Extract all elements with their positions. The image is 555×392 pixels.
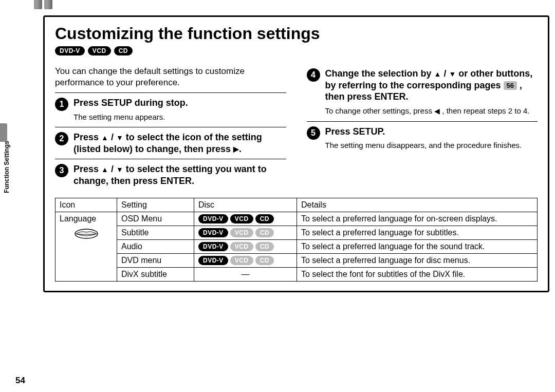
step-heading: Press ▲ / ▼ to select the icon of the se… [73,132,286,155]
cell-disc: DVD-V VCD CD [194,240,297,254]
table-row: Audio DVD-V VCD CD To select a preferred… [55,240,538,254]
table-row: Subtitle DVD-V VCD CD To select a prefer… [55,226,538,240]
text: , then repeat steps 2 to 4. [440,106,529,115]
cell-disc: DVD-V VCD CD [194,254,297,268]
right-icon: ▶ [233,145,239,154]
badge-vcd-ghost: VCD [230,228,253,237]
badge-cd-ghost: CD [255,228,274,237]
icon-label: Language [60,214,96,223]
page-ref-badge: 56 [504,81,517,90]
text: Press [73,132,101,142]
step-sub: The setting menu appears. [73,112,286,122]
cell-setting: Audio [117,240,194,254]
th-disc: Disc [194,198,297,212]
page-number: 54 [15,376,25,386]
lips-icon [73,228,99,240]
step-number: 2 [55,132,68,145]
step-3: 3 Press ▲ / ▼ to select the setting you … [55,163,286,186]
divider [55,127,286,127]
thumb-tabs [34,0,52,9]
cell-icon: Language [55,212,117,282]
cell-disc-dash: — [194,268,297,282]
down-icon: ▼ [116,134,123,143]
left-column: You can change the default settings to c… [55,66,286,189]
badge-cd-ghost: CD [255,256,274,265]
step-5: 5 Press SETUP. The setting menu disappea… [307,126,538,152]
text: To change other settings, press [325,106,435,115]
svg-point-0 [75,229,98,238]
left-icon: ◀ [434,106,440,116]
step-number: 4 [307,68,320,82]
cell-disc: DVD-V VCD CD [194,226,297,240]
right-column: 4 Change the selection by ▲ / ▼ or other… [307,66,538,189]
side-tab-label: Function Settings [3,141,10,193]
title-disc-badges: DVD-V VCD CD [55,46,538,55]
badge-dvdv: DVD-V [55,46,85,55]
thumb-tab [34,0,42,9]
down-icon: ▼ [449,70,456,79]
step-number: 3 [55,164,68,177]
badge-dvdv: DVD-V [198,242,228,251]
cell-details: To select the font for subtitles of the … [297,268,538,282]
divider [55,92,286,93]
settings-table: Icon Setting Disc Details Language OSD M… [55,198,538,282]
step-heading: Press SETUP during stop. [73,97,286,109]
step-sub: To change other settings, press ◀ , then… [325,106,538,116]
table-row: Language OSD Menu DVD-V VCD CD To sele [55,212,538,226]
up-icon: ▲ [101,165,108,175]
intro-text: You can change the default settings to c… [55,66,286,88]
badge-dvdv: DVD-V [198,256,228,265]
cell-setting: DivX subtitle [117,268,194,282]
step-number: 5 [307,126,320,140]
divider [307,121,538,122]
step-heading: Change the selection by ▲ / ▼ or other b… [325,68,538,103]
step-2: 2 Press ▲ / ▼ to select the icon of the … [55,132,286,155]
step-heading: Press ▲ / ▼ to select the setting you wa… [73,163,286,186]
side-tab: Function Settings [0,144,13,190]
th-setting: Setting [117,198,194,212]
cell-details: To select a preferred language for disc … [297,254,538,268]
badge-cd: CD [114,46,133,55]
cell-setting: DVD menu [117,254,194,268]
cell-setting: OSD Menu [117,212,194,226]
manual-page: Function Settings Customizing the functi… [0,0,555,392]
badge-dvdv: DVD-V [198,214,228,223]
badge-dvdv: DVD-V [198,228,228,237]
text: / [108,164,116,174]
cell-details: To select a preferred language for subti… [297,226,538,240]
cell-details: To select a preferred language for the s… [297,240,538,254]
step-4: 4 Change the selection by ▲ / ▼ or other… [307,68,538,117]
th-details: Details [297,198,538,212]
badge-vcd-ghost: VCD [230,256,253,265]
badge-cd-ghost: CD [255,242,274,251]
thumb-tab [44,0,52,9]
content-frame: Customizing the function settings DVD-V … [43,15,549,292]
cell-disc: DVD-V VCD CD [194,212,297,226]
step-number: 1 [55,98,68,111]
up-icon: ▲ [101,134,108,143]
cell-setting: Subtitle [117,226,194,240]
side-tab-marker [0,123,7,142]
step-heading: Press SETUP. [325,126,538,138]
text: Change the selection by [325,68,434,79]
step-sub: The setting menu disappears, and the pro… [325,140,538,151]
columns: You can change the default settings to c… [55,66,538,189]
text: / [108,132,116,142]
table-row: DVD menu DVD-V VCD CD To select a prefer… [55,254,538,268]
text: . [239,144,242,154]
divider [55,159,286,159]
table-header-row: Icon Setting Disc Details [55,198,538,212]
th-icon: Icon [55,198,117,212]
badge-vcd-ghost: VCD [230,242,253,251]
up-icon: ▲ [434,70,441,79]
text: Press [73,164,101,174]
text: / [441,68,449,79]
badge-vcd: VCD [88,46,111,55]
badge-cd: CD [255,214,274,223]
cell-details: To select a preferred language for on-sc… [297,212,538,226]
badge-vcd: VCD [230,214,253,223]
step-1: 1 Press SETUP during stop. The setting m… [55,97,286,123]
table-row: DivX subtitle — To select the font for s… [55,268,538,282]
page-title: Customizing the function settings [55,24,538,43]
down-icon: ▼ [116,165,123,175]
